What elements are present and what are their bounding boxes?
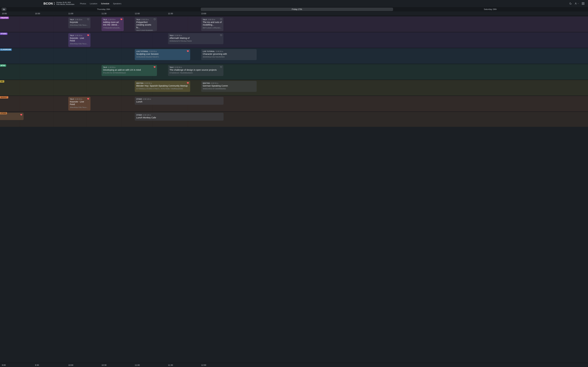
top-nav: BCON 23 October 26-28, 2023 Felix Meriti… xyxy=(0,0,588,7)
room-badge-classroom: CLASSROOM xyxy=(0,49,12,51)
timeline-bottom: 9:009:3010:0010:3011:0011:3012:00 xyxy=(0,363,588,367)
timeline-tick: 11:00 xyxy=(68,11,73,16)
event-card[interactable]: OTHER12:00 120 mLunch Monkey Cafe xyxy=(135,113,224,121)
event-speakers: 96637c5fd9 B5d669f3... xyxy=(136,30,156,31)
room-badge-market: MARKET xyxy=(0,96,8,99)
event-card[interactable]: TALK13:00 20 mThe ins and outs of modell… xyxy=(201,17,223,31)
event-title: Lunch xyxy=(136,100,222,103)
track-market: MARKETTALK11:00 20 mKeynote - Live Feed3… xyxy=(0,96,588,111)
day-tab-friday[interactable]: Friday 27th xyxy=(201,8,393,11)
event-time: 12:00 120 m xyxy=(143,114,151,116)
logo-date: October 26-28, 2023 xyxy=(56,2,74,3)
event-card[interactable]: TALK11:00 20 mKeynote - Live Feed394e44d… xyxy=(68,33,90,47)
timeline-tick: 9:00 xyxy=(2,363,6,367)
nav-links: Photos Location Schedule Speakers xyxy=(80,2,121,5)
favorite-heart-icon[interactable] xyxy=(220,66,222,68)
event-kind: TALK xyxy=(70,35,74,36)
favorite-heart-icon[interactable] xyxy=(20,114,22,116)
event-kind: LIVE TUTORIAL xyxy=(203,51,215,52)
event-kind: TALK xyxy=(103,19,107,20)
event-speakers: B6f71c8eb5 11f95e4b3... xyxy=(203,27,222,29)
user-menu[interactable] xyxy=(575,2,579,5)
event-time: 11:00 20 m xyxy=(75,19,82,20)
event-card[interactable]: MEETING12:00 50 mBlender Hoy: Spanish-Sp… xyxy=(135,81,190,92)
event-time: 12:30 50 m xyxy=(174,67,182,68)
event-kind: TALK xyxy=(203,19,207,20)
event-time: 11:00 20 m xyxy=(75,35,82,36)
day-tab-thursday[interactable]: Thursday 26th xyxy=(7,8,200,11)
svg-rect-3 xyxy=(4,9,5,10)
favorite-heart-icon[interactable] xyxy=(154,66,156,68)
event-kind: TALK xyxy=(170,67,174,68)
track-classroom: CLASSROOMLIVE TUTORIAL12:00 50 mSculptin… xyxy=(0,48,588,64)
event-speakers: 0D88d0e5df 6790c8ae7feb0d xyxy=(170,40,222,42)
event-card[interactable]: TALK11:00 20 mKeynote - Live Feed394e44d… xyxy=(68,97,90,110)
favorite-heart-icon[interactable] xyxy=(87,98,89,100)
nav-location[interactable]: Location xyxy=(90,2,97,5)
event-kind: LIVE TUTORIAL xyxy=(136,51,148,52)
time-offset-button[interactable] xyxy=(1,8,6,11)
event-title: The ins and outs of modelling... xyxy=(203,21,222,26)
event-title: Keynote xyxy=(70,21,89,24)
favorite-heart-icon[interactable] xyxy=(220,34,222,36)
room-badge-theater: THEATER xyxy=(0,17,9,19)
event-time: 12:00 50 m xyxy=(144,83,152,84)
event-title: Blender Hoy: Spanish-Speaking Community … xyxy=(136,84,189,87)
event-time: 13:00 50 m xyxy=(216,51,223,52)
favorite-heart-icon[interactable] xyxy=(154,18,156,20)
favorite-heart-icon[interactable] xyxy=(87,34,89,36)
event-card[interactable]: OTHER12:00 120 mLunch xyxy=(135,97,224,105)
timeline-tick: 9:30 xyxy=(35,363,39,367)
timeline-tick: 13:00 xyxy=(201,11,206,16)
theme-toggle-icon[interactable] xyxy=(569,2,572,5)
room-badge-other: OTHER xyxy=(0,112,7,114)
event-title: Sculpting Live Session xyxy=(136,53,189,55)
chevron-down-icon xyxy=(577,3,579,4)
event-kind: OTHER xyxy=(136,98,142,100)
day-tab-saturday[interactable]: Saturday 28th xyxy=(394,8,587,11)
event-time: 13:00 50 m xyxy=(211,83,218,84)
logo-year: 23 xyxy=(53,2,55,5)
favorite-heart-icon[interactable] xyxy=(187,82,189,84)
event-title: Polyperfect: creating assets fo... xyxy=(136,21,156,29)
timeline-tick: 10:00 xyxy=(2,11,7,16)
event-card[interactable]: TALK11:30 20 mAdding more art into the .… xyxy=(102,17,124,31)
favorite-heart-icon[interactable] xyxy=(87,18,89,20)
event-kind: MEETING xyxy=(203,83,210,84)
event-speakers: 0228e46540 B4e4b5708e5f71 xyxy=(136,56,189,58)
event-kind: TALK xyxy=(170,35,174,36)
event-speakers: 7F45bdb4bf A25d10fe... xyxy=(103,27,122,29)
track-other: OTHEROTHER12:00 120 mLunch Monkey Cafe xyxy=(0,111,588,127)
schedule-grid[interactable]: THEATERTALK11:00 20 mKeynote394e44dacf 6… xyxy=(0,16,588,367)
nav-schedule[interactable]: Schedule xyxy=(101,2,109,5)
track-theater: THEATERTALK11:00 20 mKeynote394e44dacf 6… xyxy=(0,16,588,32)
event-time: 12:00 120 m xyxy=(143,98,151,100)
event-card[interactable]: TALK11:00 20 mKeynote394e44dacf 68c74ece… xyxy=(68,17,90,28)
timeline-tick: 12:00 xyxy=(135,11,140,16)
room-badge-studio: STUDIO xyxy=(0,33,8,35)
event-card[interactable]: TALK11:30 50 mDeveloping an add-on with … xyxy=(102,65,157,76)
nav-speakers[interactable]: Speakers xyxy=(113,2,121,5)
logo[interactable]: BCON 23 xyxy=(43,2,55,5)
event-kind: TALK xyxy=(70,98,74,100)
day-tabs-row: Thursday 26th Friday 27th Saturday 28th xyxy=(0,7,588,11)
event-card[interactable]: LIVE TUTORIAL12:00 50 mSculpting Live Se… xyxy=(135,49,190,60)
event-card[interactable]: TALK12:30 50 mAftermath Making-of0D88d0e… xyxy=(168,33,223,44)
app-grid-icon[interactable] xyxy=(582,2,584,5)
favorite-heart-icon[interactable] xyxy=(220,18,222,20)
event-speakers: 394e44dacf 68c74ece... xyxy=(70,43,89,45)
nav-photos[interactable]: Photos xyxy=(80,2,86,5)
event-card[interactable]: LIVE TUTORIAL13:00 50 mCharacter groomin… xyxy=(201,49,257,60)
favorite-heart-icon[interactable] xyxy=(187,50,189,52)
event-card[interactable]: TALK12:00 20 mPolyperfect: creating asse… xyxy=(135,17,157,31)
event-card[interactable]: MEETING13:00 50 mGerman-Speaking Comm9Ad… xyxy=(201,81,257,92)
event-card[interactable]: TALK12:30 50 mThe challenge of design in… xyxy=(168,65,223,76)
timeline-tick: 12:30 xyxy=(168,11,173,16)
track-attic: ATTICTALK11:30 50 mDeveloping an add-on … xyxy=(0,64,588,80)
event-title: Adding more art into the .blend... xyxy=(103,21,122,26)
event-time: 12:00 20 m xyxy=(141,19,149,20)
event-title: Aftermath Making-of xyxy=(170,37,222,40)
favorite-heart-icon[interactable] xyxy=(120,18,122,20)
event-speakers: A770565b1a DCb841727feb72, 767517526e 73… xyxy=(136,88,189,90)
event-speakers: 4004846daf 0De7bfe392f404 xyxy=(203,56,255,58)
